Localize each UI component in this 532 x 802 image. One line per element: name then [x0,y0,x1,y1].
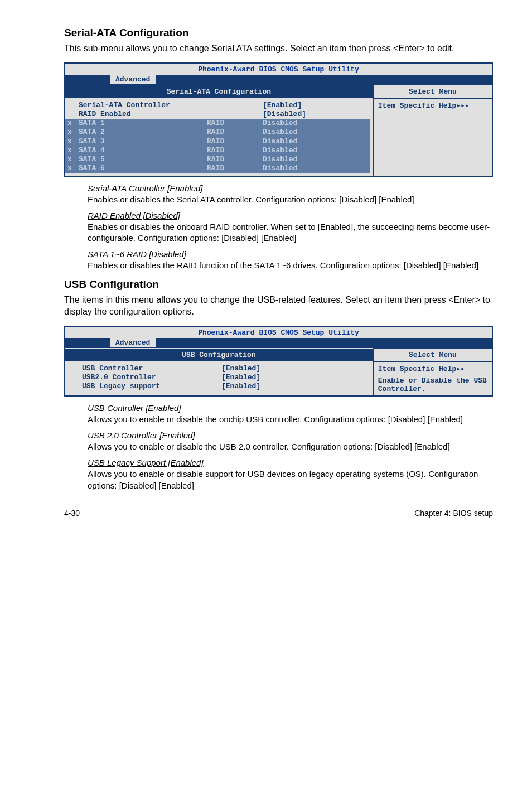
bios-row-disabled: x SATA 4 RAID Disabled [65,146,370,155]
bios-tab-advanced: Advanced [110,75,156,84]
note-block: USB Controller [Enabled] Allows you to e… [64,403,493,491]
bios-row-disabled: x SATA 2 RAID Disabled [65,128,370,137]
section-intro-usb: The items in this menu allows you to cha… [64,294,493,318]
bios-tab-row: Advanced [65,75,492,85]
bios-side-panel: Item Specific Help▸▸ Enable or Disable t… [373,362,492,395]
bios-row-disabled: x SATA 3 RAID Disabled [65,137,370,146]
bios-screenshot-serial-ata: Phoenix-Award BIOS CMOS Setup Utility Ad… [64,62,493,177]
note-title: SATA 1~6 RAID [Disabled] [88,249,493,259]
bios-subtitle-left: Serial-ATA Configuration [65,85,373,99]
bios-row-disabled: x SATA 6 RAID Disabled [65,164,370,173]
bios-help-text: Enable or Disable the USB Controller. [378,376,487,393]
bios-main-panel: USB Controller [Enabled] USB2.0 Controll… [65,362,373,395]
bios-help-label: Item Specific Help▸▸ [378,364,487,373]
bios-row: RAID Enabled [Disabled] [65,110,373,119]
note-body: Allows you to enable or disable the onch… [88,414,493,425]
note-title: USB Controller [Enabled] [88,403,493,413]
bios-row-disabled: x SATA 5 RAID Disabled [65,155,370,164]
bios-side-panel: Item Specific Help▸▸▸ [373,99,492,176]
bios-help-label: Item Specific Help▸▸▸ [378,101,487,110]
bios-screenshot-usb: Phoenix-Award BIOS CMOS Setup Utility Ad… [64,326,493,397]
bios-row-disabled: x SATA 1 RAID Disabled [65,119,370,128]
chapter-label: Chapter 4: BIOS setup [414,509,493,518]
note-body: Allows you to enable or disable the USB … [88,441,493,452]
section-heading-usb: USB Configuration [64,278,493,291]
note-body: Enables or disables the Serial ATA contr… [88,194,493,205]
page-number: 4-30 [64,509,80,518]
bios-tab-row: Advanced [65,338,492,348]
bios-main-panel: Serial-ATA Controller [Enabled] RAID Ena… [65,99,373,176]
bios-row: Serial-ATA Controller [Enabled] [65,101,373,110]
note-title: RAID Enabled [Disabled] [88,211,493,220]
bios-subtitle-right: Select Menu [373,85,492,99]
page-footer: 4-30 Chapter 4: BIOS setup [64,505,493,518]
note-block: Serial-ATA Controller [Enabled] Enables … [64,183,493,272]
bios-row: USB Controller [Enabled] [65,364,373,373]
bios-row: USB Legacy support [Enabled] [65,382,373,391]
bios-row: USB2.0 Controller [Enabled] [65,373,373,382]
bios-tab-advanced: Advanced [110,338,156,347]
bios-title: Phoenix-Award BIOS CMOS Setup Utility [65,64,492,75]
bios-subtitle-left: USB Configuration [65,348,373,362]
note-body: Allows you to enable or disable support … [88,468,493,491]
note-title: Serial-ATA Controller [Enabled] [88,183,493,193]
bios-subtitle-right: Select Menu [373,348,492,362]
note-title: USB 2.0 Controller [Enabled] [88,431,493,440]
note-body: Enables or disables the RAID function of… [88,260,493,271]
note-title: USB Legacy Support [Enabled] [88,458,493,467]
section-intro-serial-ata: This sub-menu allows you to change Seria… [64,42,493,55]
section-heading-serial-ata: Serial-ATA Configuration [64,27,493,39]
bios-title: Phoenix-Award BIOS CMOS Setup Utility [65,327,492,338]
note-body: Enables or disables the onboard RAID con… [88,221,493,244]
